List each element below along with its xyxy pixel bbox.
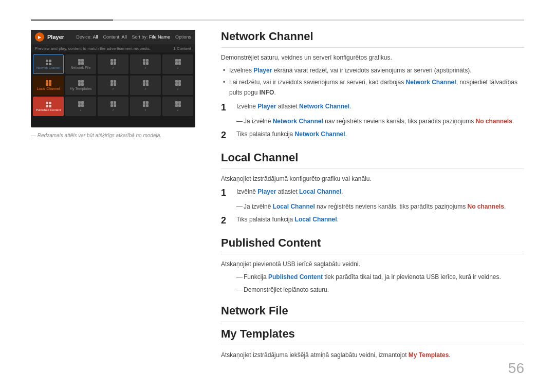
player-item-media-3[interactable]: ♪ [162,54,193,74]
local-step-content-1: Izvēlnē Player atlasiet Local Channel. [236,187,343,197]
player-item-published-content[interactable]: Published Content [33,97,64,116]
player-logo-icon [35,32,44,42]
player-item-media-6[interactable]: ♪ [162,76,193,95]
device-control: Device: All [76,34,98,40]
player-item-media-7[interactable]: ♪ [65,97,96,116]
player-item-my-templates[interactable]: My Templates [65,76,96,95]
right-panel: Network Channel Demonstrējiet saturu, ve… [221,30,524,364]
step-number-2: 2 [221,129,230,141]
published-content-note-1: Funkcija Published Content tiek parādīta… [236,272,524,282]
player-subheader: Preview and play, content to match the a… [31,44,195,52]
left-panel: Player Device: All Content: All Sort by:… [31,30,206,138]
section-network-file: Network File [221,304,524,322]
player-header: Player Device: All Content: All Sort by:… [31,30,195,44]
options-control: Options [175,34,191,40]
network-file-title: Network File [221,304,524,318]
player-grid: Network Channel Network File ♪ ♪ ♪ Loc [31,52,195,118]
player-item-local-channel[interactable]: Local Channel [33,76,64,95]
player-controls: Device: All Content: All Sort by: File N… [76,34,191,40]
content-control: Content: All [103,34,126,40]
step-number-1: 1 [221,102,230,114]
top-bar-accent [31,20,113,21]
player-item-media-1[interactable]: ♪ [98,54,128,74]
player-item-media-10[interactable]: ♪ [162,97,193,116]
player-item-media-2[interactable]: ♪ [130,54,161,74]
section-published-content: Published Content Atskaņojiet pievienotā… [221,236,524,295]
local-step-number-2: 2 [221,215,230,227]
sort-control: Sort by: File Name [132,34,170,40]
step-content-2: Tiks palaista funkcija Network Channel. [236,129,347,139]
network-channel-intro: Demonstrējiet saturu, veidnes un serverī… [221,53,524,63]
player-content-count: 1 Content [173,46,191,51]
screenshot-label: Redzamais attēls var būt atšķirīgs atkar… [31,133,206,138]
page-number: 56 [508,360,524,377]
network-channel-step-2: 2 Tiks palaista funkcija Network Channel… [221,129,524,141]
section-divider-2 [221,169,524,169]
section-divider-4 [221,322,524,322]
my-templates-intro: Atskaņojiet izstrādājuma iekšējā atmiņā … [221,350,524,360]
section-local-channel: Local Channel Atskaņojiet izstrādājumā k… [221,151,524,227]
player-item-network-channel[interactable]: Network Channel [33,54,64,74]
player-screenshot: Player Device: All Content: All Sort by:… [31,30,195,127]
local-channel-intro: Atskaņojiet izstrādājumā konfigurēto gra… [221,174,524,184]
player-item-media-8[interactable]: ♪ [98,97,128,116]
local-channel-step-1: 1 Izvēlnē Player atlasiet Local Channel. [221,187,524,199]
network-channel-title: Network Channel [221,30,524,43]
step-content-1: Izvēlnē Player atlasiet Network Channel. [236,102,351,111]
section-divider-5 [221,345,524,345]
player-item-media-4[interactable]: ♪ [98,76,128,95]
player-item-media-5[interactable]: ♪ [130,76,161,95]
published-content-intro: Atskaņojiet pievienotā USB ierīcē saglab… [221,259,524,269]
section-divider-3 [221,254,524,254]
section-network-channel: Network Channel Demonstrējiet saturu, ve… [221,30,524,142]
section-my-templates: My Templates Atskaņojiet izstrādājuma ie… [221,327,524,360]
published-content-note-2: Demonstrējiet ieplānoto saturu. [236,285,524,295]
player-subheader-text: Preview and play, content to match the a… [35,46,151,51]
published-content-title: Published Content [221,236,524,250]
local-channel-step-1-note: Ja izvēlnē Local Channel nav reģistrēts … [236,202,524,212]
local-channel-step-2: 2 Tiks palaista funkcija Local Channel. [221,215,524,227]
local-step-content-2: Tiks palaista funkcija Local Channel. [236,215,339,225]
section-divider-1 [221,47,524,48]
network-channel-bullet-2: Lai redzētu, vai ir izveidots savienojum… [221,78,524,97]
my-templates-title: My Templates [221,327,524,341]
local-step-number-1: 1 [221,187,230,199]
network-channel-step-1: 1 Izvēlnē Player atlasiet Network Channe… [221,102,524,114]
network-channel-bullet-1: Izvēlnes Player ekrānā varat redzēt, vai… [221,66,524,76]
local-channel-title: Local Channel [221,151,524,164]
network-channel-step-1-note: Ja izvēlnē Network Channel nav reģistrēt… [236,117,524,126]
player-item-media-9[interactable]: ♪ [130,97,161,116]
player-item-network-file[interactable]: Network File [65,54,96,74]
player-title: Player [47,34,64,40]
